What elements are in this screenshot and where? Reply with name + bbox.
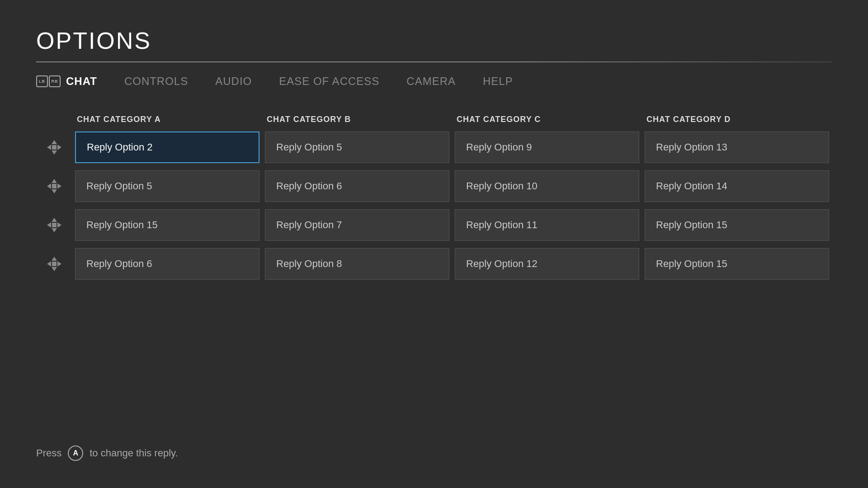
- svg-marker-10: [52, 218, 57, 222]
- footer-suffix: to change this reply.: [90, 447, 178, 459]
- rb-button: RB: [49, 75, 61, 87]
- tab-chat-label: CHAT: [66, 75, 97, 88]
- cell-0-1[interactable]: Reply Option 5: [265, 131, 449, 163]
- tab-chat[interactable]: LB RB CHAT: [36, 75, 97, 88]
- footer-prefix: Press: [36, 447, 61, 459]
- cell-3-1[interactable]: Reply Option 8: [265, 248, 449, 280]
- drag-handle-0[interactable]: [36, 138, 72, 156]
- tab-audio[interactable]: AUDIO: [215, 75, 252, 88]
- svg-rect-19: [52, 262, 57, 266]
- category-label-a: CHAT CATEGORY A: [72, 115, 262, 124]
- categories-header: CHAT CATEGORY A CHAT CATEGORY B CHAT CAT…: [36, 115, 832, 124]
- header-spacer: [36, 115, 72, 124]
- svg-marker-17: [47, 261, 51, 267]
- drag-handle-2[interactable]: [36, 216, 72, 234]
- cell-1-0[interactable]: Reply Option 5: [75, 170, 259, 202]
- svg-marker-12: [47, 222, 51, 228]
- svg-marker-8: [57, 183, 61, 189]
- page-container: OPTIONS LB RB CHAT CONTROLS AUDIO EASE O…: [0, 0, 868, 488]
- cell-2-2[interactable]: Reply Option 11: [455, 209, 639, 241]
- tab-camera[interactable]: CAMERA: [406, 75, 456, 88]
- svg-marker-15: [52, 257, 57, 261]
- category-label-d: CHAT CATEGORY D: [642, 115, 832, 124]
- cell-2-0[interactable]: Reply Option 15: [75, 209, 259, 241]
- option-row-3: Reply Option 6 Reply Option 8 Reply Opti…: [36, 248, 832, 280]
- category-label-b: CHAT CATEGORY B: [262, 115, 452, 124]
- content-area: CHAT CATEGORY A CHAT CATEGORY B CHAT CAT…: [36, 115, 832, 461]
- a-button-icon: A: [68, 446, 83, 461]
- rows-container: Reply Option 2 Reply Option 5 Reply Opti…: [36, 131, 832, 280]
- cell-3-3[interactable]: Reply Option 15: [645, 248, 829, 280]
- svg-marker-6: [52, 189, 57, 193]
- cell-2-3[interactable]: Reply Option 15: [645, 209, 829, 241]
- svg-marker-11: [52, 228, 57, 232]
- svg-rect-9: [52, 184, 57, 188]
- svg-marker-2: [47, 145, 51, 150]
- nav-tabs: LB RB CHAT CONTROLS AUDIO EASE OF ACCESS…: [36, 75, 832, 88]
- svg-marker-18: [57, 261, 61, 267]
- svg-marker-3: [57, 145, 61, 150]
- cell-1-2[interactable]: Reply Option 10: [455, 170, 639, 202]
- drag-handle-3[interactable]: [36, 255, 72, 273]
- cell-0-3[interactable]: Reply Option 13: [645, 131, 829, 163]
- page-title: OPTIONS: [36, 27, 832, 54]
- cell-3-0[interactable]: Reply Option 6: [75, 248, 259, 280]
- svg-marker-16: [52, 267, 57, 271]
- option-row-0: Reply Option 2 Reply Option 5 Reply Opti…: [36, 131, 832, 163]
- divider: [36, 61, 832, 62]
- svg-rect-4: [52, 145, 57, 150]
- cell-1-1[interactable]: Reply Option 6: [265, 170, 449, 202]
- lb-button: LB: [36, 75, 48, 87]
- cell-3-2[interactable]: Reply Option 12: [455, 248, 639, 280]
- svg-marker-7: [47, 183, 51, 189]
- cell-0-2[interactable]: Reply Option 9: [455, 131, 639, 163]
- cell-2-1[interactable]: Reply Option 7: [265, 209, 449, 241]
- cell-0-0[interactable]: Reply Option 2: [75, 131, 259, 163]
- tab-help[interactable]: HELP: [483, 75, 513, 88]
- cell-1-3[interactable]: Reply Option 14: [645, 170, 829, 202]
- tab-controls[interactable]: CONTROLS: [124, 75, 188, 88]
- svg-marker-5: [52, 179, 57, 183]
- svg-marker-1: [52, 150, 57, 155]
- category-label-c: CHAT CATEGORY C: [452, 115, 642, 124]
- option-row-2: Reply Option 15 Reply Option 7 Reply Opt…: [36, 209, 832, 241]
- footer-hint: Press A to change this reply.: [36, 427, 832, 461]
- option-row-1: Reply Option 5 Reply Option 6 Reply Opti…: [36, 170, 832, 202]
- drag-handle-1[interactable]: [36, 177, 72, 195]
- svg-marker-13: [57, 222, 61, 228]
- controller-buttons: LB RB: [36, 75, 61, 87]
- svg-rect-14: [52, 223, 57, 227]
- svg-marker-0: [52, 140, 57, 144]
- tab-ease-of-access[interactable]: EASE OF ACCESS: [279, 75, 379, 88]
